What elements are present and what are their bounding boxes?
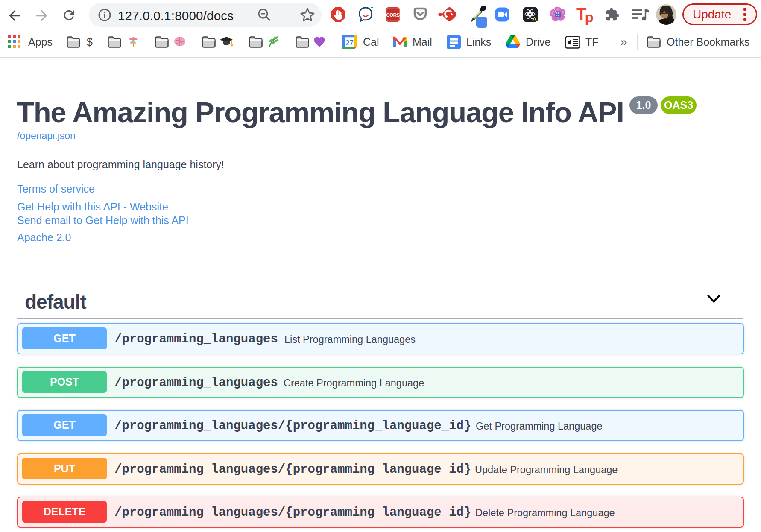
- svg-text:CORS: CORS: [386, 12, 400, 18]
- svg-text:27: 27: [345, 39, 354, 47]
